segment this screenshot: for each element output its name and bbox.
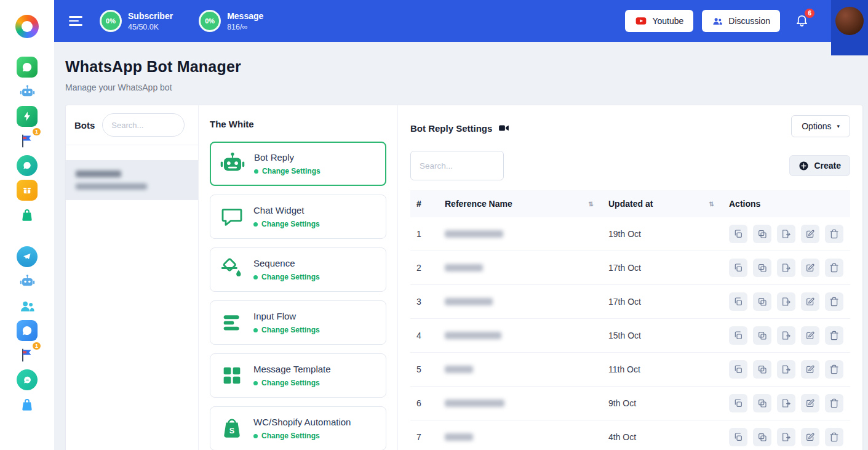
updated-at-cell: 17th Oct xyxy=(602,251,723,285)
export-button[interactable] xyxy=(777,428,795,446)
copy-button[interactable] xyxy=(729,428,747,446)
flag-campaign-icon[interactable]: 1 xyxy=(17,131,38,151)
bot-list-item-selected[interactable] xyxy=(66,160,198,200)
clone-button[interactable] xyxy=(753,428,771,446)
youtube-label: Youtube xyxy=(652,16,683,26)
copy-button[interactable] xyxy=(729,326,747,345)
livechat-circle-icon[interactable] xyxy=(17,369,38,390)
delete-button[interactable] xyxy=(825,225,843,243)
setting-card-chat-widget[interactable]: Chat Widget Change Settings xyxy=(210,195,386,239)
change-settings-link[interactable]: Change Settings xyxy=(253,326,320,334)
bot-settings-panel: The White Bot Reply Change Settings xyxy=(199,105,398,450)
clone-button[interactable] xyxy=(753,326,771,345)
shopify-automation-icon: S xyxy=(218,415,245,442)
export-button[interactable] xyxy=(777,259,795,277)
change-settings-link[interactable]: Change Settings xyxy=(253,220,320,228)
table-row: 2 17th Oct xyxy=(410,251,850,285)
reply-search-input[interactable] xyxy=(410,151,504,180)
export-button[interactable] xyxy=(777,360,795,379)
edit-button[interactable] xyxy=(801,326,819,345)
bots-search-input[interactable] xyxy=(102,113,185,137)
sort-icon[interactable]: ⇅ xyxy=(589,201,596,207)
telegram-bot-icon[interactable] xyxy=(17,271,38,292)
redacted-reference-name xyxy=(445,400,504,407)
app-logo-icon[interactable] xyxy=(15,15,39,38)
video-tutorial-icon[interactable] xyxy=(498,123,509,134)
options-button[interactable]: Options ▾ xyxy=(791,115,850,137)
shop-icon[interactable] xyxy=(17,394,38,415)
sort-icon[interactable]: ⇅ xyxy=(709,201,717,207)
svg-text:S: S xyxy=(229,427,234,435)
delete-button[interactable] xyxy=(825,292,843,311)
edit-button[interactable] xyxy=(801,360,819,379)
copy-button[interactable] xyxy=(729,259,747,277)
change-settings-link[interactable]: Change Settings xyxy=(253,379,331,387)
clone-button[interactable] xyxy=(753,259,771,277)
updated-at-cell: 4th Oct xyxy=(602,420,723,450)
setting-card-message-template[interactable]: Message Template Change Settings xyxy=(210,353,386,398)
delete-button[interactable] xyxy=(825,326,843,345)
change-settings-link[interactable]: Change Settings xyxy=(253,432,351,440)
sequence-icon xyxy=(218,256,245,283)
copy-button[interactable] xyxy=(729,225,747,243)
export-button[interactable] xyxy=(777,394,795,412)
change-settings-link[interactable]: Change Settings xyxy=(253,273,320,281)
status-dot xyxy=(253,434,258,438)
whatsapp-widget-icon[interactable] xyxy=(17,320,38,341)
app-sidebar: 1 1 xyxy=(0,0,54,450)
youtube-button[interactable]: Youtube xyxy=(625,10,693,32)
chatbot-icon[interactable] xyxy=(17,81,38,102)
setting-card-sequence[interactable]: Sequence Change Settings xyxy=(210,247,386,292)
woocommerce-icon[interactable] xyxy=(17,204,38,225)
column-header-updated-at[interactable]: Updated at ⇅ xyxy=(602,190,723,217)
profile-avatar[interactable] xyxy=(835,7,864,35)
setting-card-wc-shopify[interactable]: S WC/Shopify Automation Change Settings xyxy=(210,406,386,450)
clone-button[interactable] xyxy=(753,225,771,243)
notifications-button[interactable]: 6 xyxy=(795,13,809,30)
delete-button[interactable] xyxy=(825,259,843,277)
clone-button[interactable] xyxy=(753,360,771,379)
livechat-icon[interactable] xyxy=(17,155,38,176)
delete-button[interactable] xyxy=(825,394,843,412)
edit-button[interactable] xyxy=(801,259,819,277)
edit-button[interactable] xyxy=(801,225,819,243)
redacted-reference-name xyxy=(445,264,483,271)
table-row: 3 17th Oct xyxy=(410,285,850,319)
export-button[interactable] xyxy=(777,292,795,311)
message-label: Message xyxy=(227,11,263,21)
setting-card-bot-reply[interactable]: Bot Reply Change Settings xyxy=(210,142,386,186)
edit-button[interactable] xyxy=(801,394,819,412)
telegram-icon[interactable] xyxy=(17,246,38,267)
change-settings-link[interactable]: Change Settings xyxy=(254,167,321,175)
export-button[interactable] xyxy=(777,225,795,243)
setting-label: Message Template xyxy=(253,364,331,374)
table-row: 1 19th Oct xyxy=(410,217,850,251)
message-progress-badge: 0% xyxy=(199,10,221,32)
copy-button[interactable] xyxy=(729,394,747,412)
updated-at-cell: 19th Oct xyxy=(602,217,723,251)
whatsapp-broadcast-icon[interactable] xyxy=(17,106,38,127)
delete-button[interactable] xyxy=(825,428,843,446)
discussion-button[interactable]: Discussion xyxy=(702,10,780,32)
delete-button[interactable] xyxy=(825,360,843,379)
flag-campaign-icon-2[interactable]: 1 xyxy=(17,345,38,366)
menu-toggle-icon[interactable] xyxy=(69,16,82,25)
whatsapp-icon[interactable] xyxy=(17,57,38,78)
edit-button[interactable] xyxy=(801,428,819,446)
setting-label: WC/Shopify Automation xyxy=(253,417,351,427)
copy-button[interactable] xyxy=(729,292,747,311)
clone-button[interactable] xyxy=(753,394,771,412)
copy-button[interactable] xyxy=(729,360,747,379)
export-button[interactable] xyxy=(777,326,795,345)
setting-card-input-flow[interactable]: Input Flow Change Settings xyxy=(210,300,386,345)
edit-button[interactable] xyxy=(801,292,819,311)
contacts-group-icon[interactable] xyxy=(17,295,38,316)
integrations-icon[interactable] xyxy=(17,180,38,201)
bot-reply-table: # Reference Name ⇅ Updated at ⇅ xyxy=(410,190,850,450)
main-content: WhatsApp Bot Manager Manage your WhatsAp… xyxy=(54,42,868,450)
column-header-reference-name[interactable]: Reference Name ⇅ xyxy=(439,190,602,217)
bolt-icon xyxy=(22,111,33,122)
clone-button[interactable] xyxy=(753,292,771,311)
table-row: 4 15th Oct xyxy=(410,319,850,353)
create-button[interactable]: Create xyxy=(789,155,850,176)
